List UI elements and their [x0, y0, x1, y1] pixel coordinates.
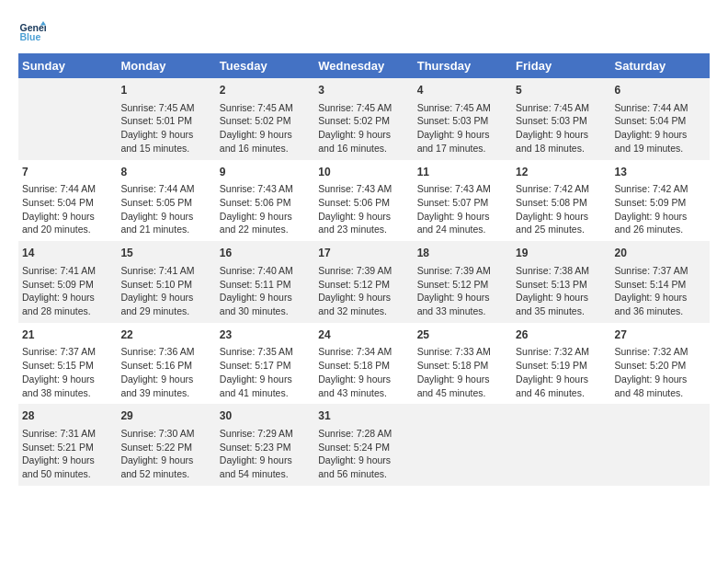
calendar-cell: 22Sunrise: 7:36 AM Sunset: 5:16 PM Dayli…	[117, 323, 215, 405]
day-number: 3	[318, 83, 409, 98]
day-number: 19	[516, 246, 607, 261]
column-header-friday: Friday	[512, 53, 610, 78]
cell-content: Sunrise: 7:37 AM Sunset: 5:15 PM Dayligh…	[22, 345, 113, 399]
cell-content: Sunrise: 7:35 AM Sunset: 5:17 PM Dayligh…	[220, 345, 311, 399]
day-number: 15	[120, 246, 211, 261]
calendar-cell	[18, 78, 117, 160]
cell-content: Sunrise: 7:43 AM Sunset: 5:07 PM Dayligh…	[417, 182, 508, 236]
cell-content: Sunrise: 7:42 AM Sunset: 5:09 PM Dayligh…	[615, 182, 706, 236]
cell-content: Sunrise: 7:44 AM Sunset: 5:05 PM Dayligh…	[120, 182, 211, 236]
day-number: 22	[120, 327, 211, 343]
cell-content: Sunrise: 7:45 AM Sunset: 5:01 PM Dayligh…	[120, 101, 211, 155]
cell-content: Sunrise: 7:45 AM Sunset: 5:02 PM Dayligh…	[220, 101, 311, 155]
cell-content: Sunrise: 7:31 AM Sunset: 5:21 PM Dayligh…	[22, 427, 113, 481]
cell-content: Sunrise: 7:41 AM Sunset: 5:10 PM Dayligh…	[120, 264, 211, 318]
calendar-cell: 8Sunrise: 7:44 AM Sunset: 5:05 PM Daylig…	[117, 160, 215, 242]
column-header-wednesday: Wednesday	[314, 53, 413, 78]
cell-content: Sunrise: 7:29 AM Sunset: 5:23 PM Dayligh…	[220, 427, 311, 481]
calendar-cell: 2Sunrise: 7:45 AM Sunset: 5:02 PM Daylig…	[216, 78, 314, 160]
cell-content: Sunrise: 7:32 AM Sunset: 5:20 PM Dayligh…	[615, 345, 706, 399]
day-number: 2	[220, 83, 311, 98]
cell-content: Sunrise: 7:33 AM Sunset: 5:18 PM Dayligh…	[417, 345, 508, 399]
day-number: 30	[220, 408, 311, 424]
calendar-cell: 9Sunrise: 7:43 AM Sunset: 5:06 PM Daylig…	[216, 160, 314, 242]
cell-content: Sunrise: 7:36 AM Sunset: 5:16 PM Dayligh…	[120, 345, 211, 399]
day-number: 5	[516, 83, 607, 98]
cell-content: Sunrise: 7:41 AM Sunset: 5:09 PM Dayligh…	[22, 264, 113, 318]
calendar-cell: 31Sunrise: 7:28 AM Sunset: 5:24 PM Dayli…	[314, 404, 413, 486]
calendar-cell: 24Sunrise: 7:34 AM Sunset: 5:18 PM Dayli…	[314, 323, 413, 405]
cell-content: Sunrise: 7:43 AM Sunset: 5:06 PM Dayligh…	[318, 182, 409, 236]
calendar-cell: 23Sunrise: 7:35 AM Sunset: 5:17 PM Dayli…	[216, 323, 314, 405]
column-header-monday: Monday	[117, 53, 215, 78]
calendar-week-row: 14Sunrise: 7:41 AM Sunset: 5:09 PM Dayli…	[18, 241, 710, 323]
cell-content: Sunrise: 7:44 AM Sunset: 5:04 PM Dayligh…	[615, 101, 706, 155]
calendar-cell: 12Sunrise: 7:42 AM Sunset: 5:08 PM Dayli…	[512, 160, 610, 242]
column-header-thursday: Thursday	[414, 53, 512, 78]
day-number: 31	[318, 408, 409, 424]
calendar-cell: 3Sunrise: 7:45 AM Sunset: 5:02 PM Daylig…	[314, 78, 413, 160]
cell-content: Sunrise: 7:32 AM Sunset: 5:19 PM Dayligh…	[516, 345, 607, 399]
cell-content: Sunrise: 7:39 AM Sunset: 5:12 PM Dayligh…	[417, 264, 508, 318]
day-number: 8	[120, 165, 211, 180]
day-number: 21	[22, 327, 113, 343]
calendar-cell: 21Sunrise: 7:37 AM Sunset: 5:15 PM Dayli…	[18, 323, 117, 405]
calendar-cell: 6Sunrise: 7:44 AM Sunset: 5:04 PM Daylig…	[611, 78, 710, 160]
calendar-week-row: 21Sunrise: 7:37 AM Sunset: 5:15 PM Dayli…	[18, 323, 710, 405]
calendar-cell: 11Sunrise: 7:43 AM Sunset: 5:07 PM Dayli…	[414, 160, 512, 242]
day-number: 1	[120, 83, 211, 98]
cell-content: Sunrise: 7:44 AM Sunset: 5:04 PM Dayligh…	[22, 182, 113, 236]
calendar-body: 1Sunrise: 7:45 AM Sunset: 5:01 PM Daylig…	[18, 78, 710, 486]
cell-content: Sunrise: 7:40 AM Sunset: 5:11 PM Dayligh…	[220, 264, 311, 318]
cell-content: Sunrise: 7:28 AM Sunset: 5:24 PM Dayligh…	[318, 427, 409, 481]
cell-content: Sunrise: 7:45 AM Sunset: 5:02 PM Dayligh…	[318, 101, 409, 155]
calendar-cell: 5Sunrise: 7:45 AM Sunset: 5:03 PM Daylig…	[512, 78, 610, 160]
calendar-cell: 20Sunrise: 7:37 AM Sunset: 5:14 PM Dayli…	[611, 241, 710, 323]
day-number: 29	[120, 408, 211, 424]
svg-text:Blue: Blue	[20, 31, 41, 42]
cell-content: Sunrise: 7:45 AM Sunset: 5:03 PM Dayligh…	[417, 101, 508, 155]
day-number: 4	[417, 83, 508, 98]
day-number: 9	[220, 165, 311, 180]
calendar-cell	[512, 404, 610, 486]
calendar-cell	[611, 404, 710, 486]
day-number: 17	[318, 246, 409, 261]
page-header: General Blue	[18, 18, 710, 46]
calendar-cell: 15Sunrise: 7:41 AM Sunset: 5:10 PM Dayli…	[117, 241, 215, 323]
calendar-cell: 18Sunrise: 7:39 AM Sunset: 5:12 PM Dayli…	[414, 241, 512, 323]
day-number: 25	[417, 327, 508, 343]
day-number: 23	[220, 327, 311, 343]
day-number: 13	[615, 165, 706, 180]
calendar-cell: 25Sunrise: 7:33 AM Sunset: 5:18 PM Dayli…	[414, 323, 512, 405]
calendar-week-row: 7Sunrise: 7:44 AM Sunset: 5:04 PM Daylig…	[18, 160, 710, 242]
calendar-header-row: SundayMondayTuesdayWednesdayThursdayFrid…	[18, 53, 710, 78]
logo: General Blue	[18, 18, 50, 46]
cell-content: Sunrise: 7:37 AM Sunset: 5:14 PM Dayligh…	[615, 264, 706, 318]
day-number: 6	[615, 83, 706, 98]
day-number: 12	[516, 165, 607, 180]
cell-content: Sunrise: 7:30 AM Sunset: 5:22 PM Dayligh…	[120, 427, 211, 481]
day-number: 11	[417, 165, 508, 180]
calendar-week-row: 28Sunrise: 7:31 AM Sunset: 5:21 PM Dayli…	[18, 404, 710, 486]
calendar-cell: 10Sunrise: 7:43 AM Sunset: 5:06 PM Dayli…	[314, 160, 413, 242]
cell-content: Sunrise: 7:38 AM Sunset: 5:13 PM Dayligh…	[516, 264, 607, 318]
day-number: 28	[22, 408, 113, 424]
cell-content: Sunrise: 7:43 AM Sunset: 5:06 PM Dayligh…	[220, 182, 311, 236]
calendar-cell: 1Sunrise: 7:45 AM Sunset: 5:01 PM Daylig…	[117, 78, 215, 160]
cell-content: Sunrise: 7:39 AM Sunset: 5:12 PM Dayligh…	[318, 264, 409, 318]
calendar-cell: 27Sunrise: 7:32 AM Sunset: 5:20 PM Dayli…	[611, 323, 710, 405]
cell-content: Sunrise: 7:45 AM Sunset: 5:03 PM Dayligh…	[516, 101, 607, 155]
day-number: 18	[417, 246, 508, 261]
calendar-cell: 7Sunrise: 7:44 AM Sunset: 5:04 PM Daylig…	[18, 160, 117, 242]
day-number: 20	[615, 246, 706, 261]
calendar-cell: 4Sunrise: 7:45 AM Sunset: 5:03 PM Daylig…	[414, 78, 512, 160]
calendar-cell: 17Sunrise: 7:39 AM Sunset: 5:12 PM Dayli…	[314, 241, 413, 323]
calendar-cell	[414, 404, 512, 486]
calendar-cell: 14Sunrise: 7:41 AM Sunset: 5:09 PM Dayli…	[18, 241, 117, 323]
column-header-tuesday: Tuesday	[216, 53, 314, 78]
day-number: 10	[318, 165, 409, 180]
calendar-cell: 16Sunrise: 7:40 AM Sunset: 5:11 PM Dayli…	[216, 241, 314, 323]
calendar-cell: 30Sunrise: 7:29 AM Sunset: 5:23 PM Dayli…	[216, 404, 314, 486]
calendar-cell: 19Sunrise: 7:38 AM Sunset: 5:13 PM Dayli…	[512, 241, 610, 323]
logo-icon: General Blue	[18, 18, 46, 46]
